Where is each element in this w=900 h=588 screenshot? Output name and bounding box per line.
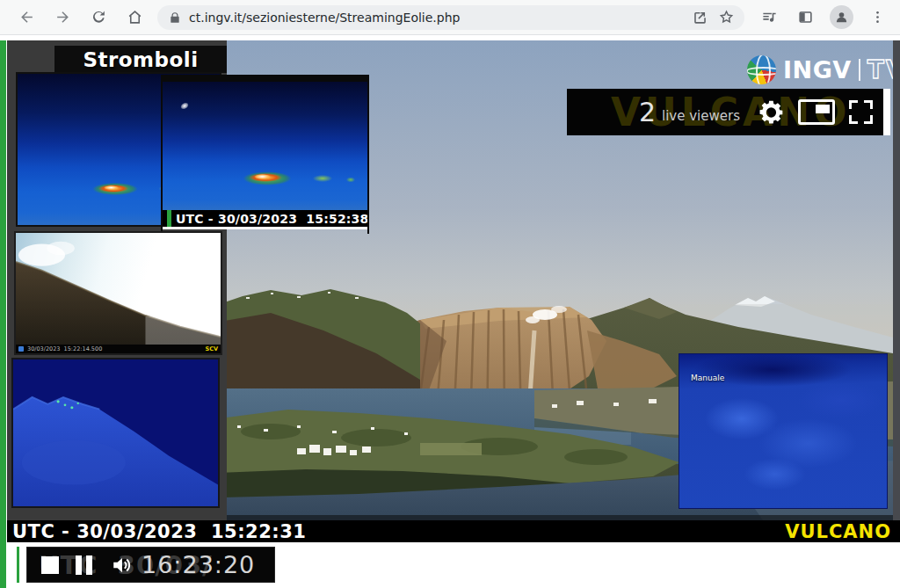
- page-left-border: [0, 40, 6, 588]
- back-icon[interactable]: [12, 4, 40, 32]
- video-right-edge: [893, 40, 900, 520]
- thermal-hotspot: [254, 174, 271, 179]
- pause-icon[interactable]: [76, 555, 92, 575]
- profile-avatar[interactable]: [827, 4, 855, 32]
- pip-inner: [816, 105, 830, 113]
- reload-icon[interactable]: [84, 4, 112, 32]
- side-panel-icon[interactable]: [791, 4, 819, 32]
- sciara-slope-image: [16, 233, 221, 345]
- fullscreen-icon[interactable]: [849, 100, 873, 124]
- footer-volcano-title: VULCANO: [785, 521, 891, 542]
- volume-icon[interactable]: [111, 554, 134, 577]
- ingv-globe-icon: [747, 55, 776, 84]
- address-bar[interactable]: ct.ingv.it/sezioniesterne/StreamingEolie…: [157, 5, 744, 30]
- logo-tv-text: TV: [867, 55, 893, 84]
- media-controls-bar: UTC 30/03/ 16:23:20: [26, 547, 275, 583]
- thermal-timestamp: UTC - 30/03/2023 15:52:38: [176, 212, 369, 226]
- green-marker: [167, 210, 171, 227]
- thermal-hotspot: [104, 185, 119, 190]
- playback-time: 16:23:20: [142, 551, 255, 578]
- lock-icon: [169, 11, 181, 24]
- bookmark-star-icon[interactable]: [713, 6, 739, 29]
- stromboli-visible-cam: 30/03/2023 15:22:14.500 SCV: [14, 231, 222, 355]
- forward-icon[interactable]: [48, 4, 76, 32]
- thermal-slope-image: [13, 359, 218, 506]
- viewers-label: live viewers: [662, 108, 740, 124]
- share-icon[interactable]: [686, 6, 713, 29]
- thermal-hotspot: [310, 174, 335, 183]
- logo-ingv-text: INGV: [783, 56, 852, 83]
- settings-gear-icon[interactable]: [754, 96, 788, 129]
- home-icon[interactable]: [120, 4, 149, 32]
- browser-window: ct.ingv.it/sezioniesterne/StreamingEolie…: [0, 0, 900, 588]
- menu-icon[interactable]: [863, 4, 891, 32]
- viewers-count: 2: [639, 97, 656, 127]
- stromboli-title-plate: Stromboli: [54, 46, 227, 73]
- avatar: [830, 5, 853, 29]
- stromboli-thermal-cam-3: [11, 358, 220, 508]
- overlay-edge-strip: [883, 89, 890, 135]
- pip-icon[interactable]: [798, 99, 835, 125]
- visible-cam-code: SCV: [206, 345, 218, 352]
- browser-toolbar: ct.ingv.it/sezioniesterne/StreamingEolie…: [0, 0, 900, 35]
- media-controls-icon[interactable]: [755, 4, 783, 32]
- cam-logo-icon: [18, 346, 24, 352]
- visible-cam-timestamp: 30/03/2023 15:22:14.500: [27, 345, 206, 352]
- logo-divider: [859, 59, 860, 81]
- thermal-image: [163, 82, 367, 210]
- stream-overlay-bar: VULCANO 2 live viewers: [567, 89, 883, 135]
- inset-mode-label: Manuale: [691, 374, 724, 382]
- video-player[interactable]: Stromboli UTC - 30/03/2023 15:52:: [7, 40, 893, 520]
- footer-timestamp-bar: UTC - 30/03/2023 15:22:31 VULCANO: [7, 520, 900, 542]
- stop-icon[interactable]: [41, 556, 59, 574]
- visible-cam-timestamp-bar: 30/03/2023 15:22:14.500 SCV: [16, 345, 221, 353]
- stromboli-title: Stromboli: [83, 48, 198, 71]
- controls-green-marker: [17, 547, 19, 583]
- url-text: ct.ingv.it/sezioniesterne/StreamingEolie…: [189, 11, 686, 25]
- stromboli-thermal-cam-2: UTC - 30/03/2023 15:52:38: [161, 75, 369, 234]
- thermal-timestamp-bar: UTC - 30/03/2023 15:52:38: [163, 210, 367, 229]
- bright-spot: [179, 101, 190, 111]
- footer-timestamp: UTC - 30/03/2023 15:22:31: [12, 521, 306, 542]
- ingv-tv-logo: INGV TV: [747, 53, 893, 86]
- vulcano-crater-thermal-inset: Manuale: [679, 353, 888, 509]
- thermal-hotspot: [345, 177, 356, 183]
- cam-top-strip: [163, 75, 367, 82]
